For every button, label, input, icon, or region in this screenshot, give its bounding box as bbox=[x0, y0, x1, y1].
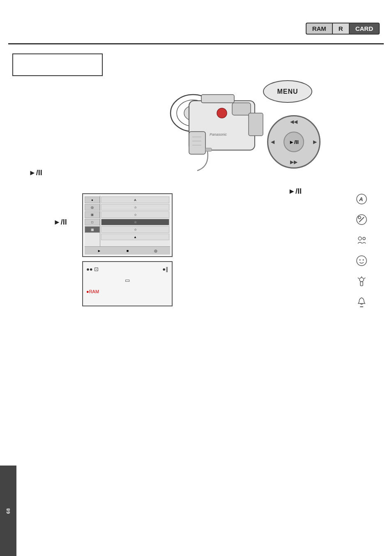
icon-item-torch bbox=[356, 276, 367, 287]
svg-point-22 bbox=[360, 259, 361, 261]
svg-rect-25 bbox=[360, 282, 363, 286]
screen-circle-icon: ◎ bbox=[154, 249, 157, 253]
svg-line-26 bbox=[358, 278, 359, 279]
screen-play-icon: ► bbox=[97, 249, 101, 253]
people-icon bbox=[356, 234, 367, 246]
badge-card: CARD bbox=[349, 23, 380, 35]
nav-arrow-right-icon: ▶ bbox=[313, 139, 317, 145]
menu-item-edit: ⊞ bbox=[85, 211, 100, 218]
svg-rect-6 bbox=[189, 132, 205, 154]
svg-rect-29 bbox=[360, 306, 363, 307]
play-pause-label-2: ►/II bbox=[53, 218, 67, 227]
info-status-display: ●● ⊡ ●‖ ▭ ●RAM bbox=[82, 261, 173, 306]
screen-inner: ● ◎ ⊞ □ ▦ A ☆ ☆ ☆ ☆ ▲ ► ■ ◎ bbox=[85, 196, 170, 255]
menu-option-a: A bbox=[101, 197, 169, 203]
svg-text:A: A bbox=[359, 196, 363, 202]
info-battery-icon: ▭ bbox=[125, 276, 130, 285]
camera-illustration: Panasonic MENU ◀◀ ▶▶ ◀ ▶ ►/II bbox=[160, 76, 321, 204]
section-label-box bbox=[12, 53, 103, 76]
info-dots-icon: ●● ⊡ bbox=[86, 265, 99, 274]
menu-option-3: ☆ bbox=[101, 211, 169, 218]
top-divider-thick bbox=[8, 43, 384, 44]
bottom-sidebar: 68 bbox=[0, 466, 16, 556]
right-icons-column: A bbox=[356, 193, 367, 308]
menu-option-4-active: ☆ bbox=[101, 219, 169, 225]
menu-item-copy: ▦ bbox=[85, 226, 100, 233]
icon-item-scene bbox=[356, 214, 367, 225]
play-pause-label-1: ►/II bbox=[29, 169, 42, 177]
badge-r: R bbox=[332, 23, 349, 35]
icon-item-auto: A bbox=[356, 193, 367, 205]
screen-bottom-controls: ► ■ ◎ bbox=[85, 246, 170, 255]
icon-item-bell bbox=[356, 296, 367, 308]
info-record-pause-icon: ●‖ bbox=[162, 265, 168, 274]
info-box-content: ●● ⊡ ●‖ ▭ ●RAM bbox=[86, 265, 168, 295]
play-pause-symbol: ►/II bbox=[289, 139, 299, 145]
auto-icon: A bbox=[356, 193, 367, 205]
menu-option-6: ▲ bbox=[101, 234, 169, 240]
scene-icon bbox=[356, 214, 367, 225]
svg-rect-5 bbox=[232, 103, 251, 115]
menu-button-label: MENU bbox=[277, 88, 298, 95]
camera-body-svg: Panasonic bbox=[160, 76, 267, 183]
icon-item-face bbox=[356, 255, 367, 266]
info-ram-label: ●RAM bbox=[86, 289, 99, 294]
svg-line-17 bbox=[359, 217, 364, 222]
nav-arrow-left-icon: ◀ bbox=[271, 139, 274, 145]
svg-rect-10 bbox=[249, 113, 263, 136]
svg-point-11 bbox=[217, 108, 227, 118]
svg-text:Panasonic: Panasonic bbox=[210, 132, 227, 137]
svg-rect-13 bbox=[205, 148, 212, 151]
svg-point-18 bbox=[358, 216, 361, 219]
svg-line-27 bbox=[364, 278, 365, 279]
menu-option-5: ☆ bbox=[101, 226, 169, 233]
svg-point-23 bbox=[363, 259, 364, 261]
svg-rect-4 bbox=[201, 95, 234, 103]
torch-icon bbox=[356, 276, 367, 287]
menu-item-playback: ◎ bbox=[85, 204, 100, 211]
screen-menu-display: ● ◎ ⊞ □ ▦ A ☆ ☆ ☆ ☆ ▲ ► ■ ◎ bbox=[82, 193, 173, 257]
navigation-disc[interactable]: ◀◀ ▶▶ ◀ ▶ ►/II bbox=[267, 115, 321, 169]
menu-button[interactable]: MENU bbox=[263, 80, 312, 103]
mode-badges: RAM R CARD bbox=[306, 23, 380, 35]
face-icon bbox=[356, 255, 367, 266]
menu-right-column: A ☆ ☆ ☆ ☆ ▲ bbox=[100, 196, 170, 255]
svg-point-21 bbox=[357, 256, 367, 266]
nav-arrow-down-icon: ▶▶ bbox=[290, 159, 297, 165]
screen-stop-icon: ■ bbox=[127, 249, 129, 253]
icon-item-people bbox=[356, 234, 367, 246]
page-number: 68 bbox=[6, 508, 11, 514]
svg-point-24 bbox=[360, 278, 364, 282]
play-pause-label-3: ►/II bbox=[288, 187, 302, 196]
menu-left-column: ● ◎ ⊞ □ ▦ bbox=[85, 196, 100, 255]
menu-item-disc: □ bbox=[85, 219, 100, 225]
menu-option-2: ☆ bbox=[101, 204, 169, 211]
badge-ram: RAM bbox=[306, 23, 332, 35]
svg-point-19 bbox=[358, 237, 362, 240]
nav-arrow-up-icon: ◀◀ bbox=[290, 119, 297, 125]
bell-icon bbox=[356, 296, 367, 308]
menu-item-camera: ● bbox=[85, 197, 100, 203]
svg-point-20 bbox=[363, 237, 365, 240]
nav-center-play-pause[interactable]: ►/II bbox=[284, 132, 304, 152]
